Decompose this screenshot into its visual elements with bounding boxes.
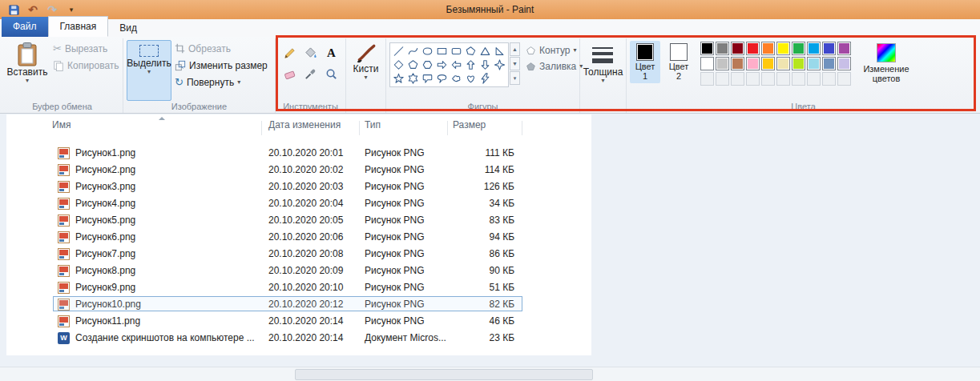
rotate-button[interactable]: ↻ Повернуть ▾ xyxy=(175,74,268,90)
file-row[interactable]: WСоздание скриншотов на компьютере ...20… xyxy=(6,330,591,347)
color-swatch-empty[interactable] xyxy=(776,72,790,86)
color1-button[interactable]: Цвет 1 xyxy=(630,41,660,83)
fill-button[interactable]: Заливка ▾ xyxy=(526,61,583,72)
color-swatch-empty[interactable] xyxy=(792,72,805,86)
shape-star-4[interactable] xyxy=(493,58,506,71)
file-row[interactable]: Рисунок11.png20.10.2020 20:14Рисунок PNG… xyxy=(6,313,591,330)
file-row[interactable]: Рисунок7.png20.10.2020 20:08Рисунок PNG8… xyxy=(6,246,591,263)
color-swatch[interactable] xyxy=(792,57,805,70)
paste-button[interactable]: Вставить ▾ xyxy=(5,40,50,101)
file-row[interactable]: Рисунок9.png20.10.2020 20:10Рисунок PNG5… xyxy=(6,279,591,296)
column-header-name[interactable]: Имя xyxy=(52,119,71,137)
color-swatch[interactable] xyxy=(700,57,714,70)
column-header-date[interactable]: Дата изменения xyxy=(268,119,341,137)
column-header-size[interactable]: Размер xyxy=(453,119,486,137)
color-swatch-empty[interactable] xyxy=(761,72,775,86)
color-swatch[interactable] xyxy=(716,57,729,70)
color-swatch[interactable] xyxy=(776,42,790,55)
tab-view[interactable]: Вид xyxy=(108,19,148,37)
color-swatch[interactable] xyxy=(776,57,790,70)
brushes-button[interactable]: Кисти ▾ xyxy=(349,40,382,101)
select-button[interactable]: Выделить ▾ xyxy=(127,40,171,101)
shape-arrow-left[interactable] xyxy=(450,58,463,71)
cut-button[interactable]: ✂ Вырезать xyxy=(53,40,119,57)
shape-arrow-down[interactable] xyxy=(478,58,492,71)
color-swatch-empty[interactable] xyxy=(807,72,821,86)
file-row[interactable]: Рисунок4.png20.10.2020 20:04Рисунок PNG3… xyxy=(6,195,591,212)
color-swatch-empty[interactable] xyxy=(731,72,744,86)
horizontal-scrollbar[interactable] xyxy=(0,367,980,381)
save-button[interactable] xyxy=(6,2,21,17)
shape-heart[interactable] xyxy=(464,72,478,85)
shape-rounded-rectangle[interactable] xyxy=(450,45,463,58)
text-tool-button[interactable]: A xyxy=(322,43,341,62)
redo-button[interactable]: ↷ xyxy=(45,2,59,17)
color-swatch[interactable] xyxy=(746,57,760,70)
color-swatch-empty[interactable] xyxy=(746,72,760,86)
shape-ellipse[interactable] xyxy=(421,45,434,58)
color-swatch-empty[interactable] xyxy=(837,72,851,86)
shapes-more-button[interactable]: ▾ xyxy=(510,71,520,85)
shape-triangle[interactable] xyxy=(478,45,492,58)
edit-colors-button[interactable]: Изменение цветов xyxy=(857,41,915,86)
pencil-tool-button[interactable] xyxy=(280,43,300,62)
color-picker-tool-button[interactable] xyxy=(301,64,321,83)
shape-rectangle[interactable] xyxy=(435,45,449,58)
color-swatch[interactable] xyxy=(807,57,821,70)
undo-button[interactable]: ↶ xyxy=(26,2,40,17)
color-swatch[interactable] xyxy=(700,42,714,55)
color-swatch[interactable] xyxy=(837,42,851,55)
color-swatch[interactable] xyxy=(761,57,775,70)
file-row[interactable]: Рисунок5.png20.10.2020 20:05Рисунок PNG8… xyxy=(6,212,591,229)
tab-file[interactable]: Файл xyxy=(2,17,48,37)
color-swatch[interactable] xyxy=(731,42,744,55)
tab-home[interactable]: Главная xyxy=(48,16,109,37)
shape-callout-rounded[interactable] xyxy=(421,72,434,85)
color-swatch[interactable] xyxy=(746,42,760,55)
file-row[interactable]: Рисунок1.png20.10.2020 20:01Рисунок PNG1… xyxy=(6,145,591,162)
shapes-scroll-down-button[interactable]: ▼ xyxy=(510,57,520,70)
shape-right-triangle[interactable] xyxy=(493,45,506,58)
file-row[interactable]: Рисунок3.png20.10.2020 20:03Рисунок PNG1… xyxy=(6,178,591,195)
copy-button[interactable]: Копировать xyxy=(53,57,119,74)
shape-polygon[interactable] xyxy=(464,45,478,58)
color2-button[interactable]: Цвет 2 xyxy=(663,41,694,83)
color-swatch-empty[interactable] xyxy=(822,72,836,86)
crop-button[interactable]: Обрезать xyxy=(175,40,268,57)
color-swatch[interactable] xyxy=(822,42,836,55)
customize-quick-access-button[interactable]: ▾ xyxy=(64,2,79,17)
magnifier-tool-button[interactable] xyxy=(322,64,341,83)
outline-button[interactable]: Контур ▾ xyxy=(526,45,583,56)
file-row[interactable]: Рисунок10.png20.10.2020 20:12Рисунок PNG… xyxy=(6,296,591,313)
color-swatch[interactable] xyxy=(716,42,729,55)
shape-arrow-right[interactable] xyxy=(435,58,449,71)
file-row[interactable]: Рисунок2.png20.10.2020 20:02Рисунок PNG1… xyxy=(6,162,591,178)
shape-lightning[interactable] xyxy=(478,72,492,85)
eraser-tool-button[interactable] xyxy=(280,64,300,83)
shape-diamond[interactable] xyxy=(392,58,405,71)
shape-callout-cloud[interactable] xyxy=(450,72,463,85)
color-swatch[interactable] xyxy=(761,42,775,55)
shape-curve[interactable] xyxy=(406,45,420,58)
resize-button[interactable]: Изменить размер xyxy=(175,57,268,74)
shape-callout-oval[interactable] xyxy=(435,72,449,85)
shape-pentagon[interactable] xyxy=(406,58,420,71)
color-swatch[interactable] xyxy=(807,42,821,55)
color-swatch-empty[interactable] xyxy=(700,72,714,86)
color-swatch[interactable] xyxy=(822,57,836,70)
shape-line[interactable] xyxy=(392,45,405,58)
column-header-type[interactable]: Тип xyxy=(365,119,381,137)
shapes-scroll-up-button[interactable]: ▲ xyxy=(510,42,520,56)
size-button[interactable]: Толщина ▾ xyxy=(582,40,625,101)
fill-tool-button[interactable] xyxy=(301,43,321,62)
color-swatch[interactable] xyxy=(837,57,851,70)
file-row[interactable]: Рисунок8.png20.10.2020 20:09Рисунок PNG9… xyxy=(6,263,591,279)
shape-hexagon[interactable] xyxy=(421,58,434,71)
color-swatch-empty[interactable] xyxy=(716,72,729,86)
color-swatch[interactable] xyxy=(792,42,805,55)
shape-star-6[interactable] xyxy=(406,72,420,85)
scrollbar-thumb[interactable] xyxy=(295,369,593,380)
file-row[interactable]: Рисунок6.png20.10.2020 20:06Рисунок PNG9… xyxy=(6,229,591,246)
color-swatch[interactable] xyxy=(731,57,744,70)
shape-arrow-up[interactable] xyxy=(464,58,478,71)
